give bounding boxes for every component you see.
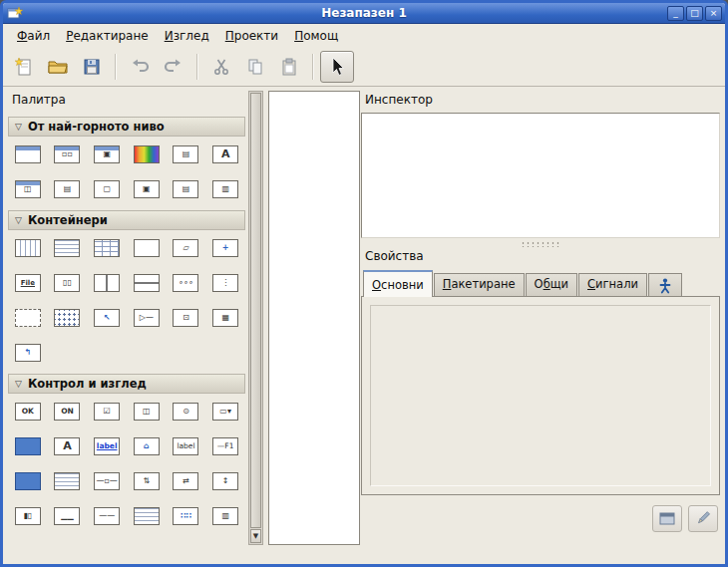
undo-button[interactable] [123, 51, 157, 83]
redo-button[interactable] [157, 51, 190, 83]
palette-icon[interactable]: ▥ [212, 180, 238, 198]
palette-icon[interactable]: ⇅ [134, 472, 160, 490]
palette-icon[interactable]: ▁▁ [54, 507, 80, 525]
selector-button[interactable] [320, 51, 354, 83]
palette-icon[interactable]: ▤ [173, 180, 198, 198]
maximize-button[interactable]: □ [686, 6, 703, 21]
right-panel: Инспектор Свойства Основни Пакетиране Об… [361, 91, 720, 532]
palette-icon[interactable]: ↕ [212, 472, 238, 490]
palette-icon[interactable]: ▦ [212, 309, 238, 327]
palette-icon[interactable]: ⌂ [134, 437, 160, 455]
palette-section-containers[interactable]: ▽ Контейнери [8, 210, 245, 230]
tab-packing[interactable]: Пакетиране [434, 273, 525, 296]
tab-accessibility[interactable] [648, 273, 682, 296]
palette-icon[interactable]: ∘∘∘ [173, 274, 198, 292]
palette-icon[interactable]: ▭▾ [212, 403, 238, 421]
palette-icon[interactable] [54, 309, 80, 327]
new-project-button[interactable] [7, 51, 41, 83]
palette-icon[interactable]: + [212, 239, 238, 257]
palette-icon[interactable]: ▮▯ [15, 507, 41, 525]
palette-icon[interactable]: ▥ [212, 507, 238, 525]
palette-icon[interactable]: ▷— [134, 309, 160, 327]
palette-icon[interactable]: ▤ [173, 145, 198, 163]
palette-icon[interactable]: ▤ [54, 180, 80, 198]
palette-scrollbar[interactable]: ▼ [248, 91, 263, 545]
open-project-button[interactable] [41, 51, 75, 83]
palette-icon[interactable]: ⊡ [173, 309, 198, 327]
palette-icon[interactable]: ◫ [134, 403, 160, 421]
palette-icon[interactable] [134, 145, 160, 163]
edit-dialog-button[interactable] [652, 505, 682, 532]
menu-edit[interactable]: Редактиране [58, 26, 157, 46]
palette-icon[interactable] [54, 239, 80, 257]
toolbar-separator [196, 54, 198, 80]
selector-arrow-icon [326, 56, 348, 78]
palette-icon[interactable]: ☑ [94, 403, 120, 421]
paste-button[interactable] [272, 51, 306, 83]
close-button[interactable]: × [705, 6, 722, 21]
inspector-tree[interactable] [361, 113, 720, 238]
save-project-icon [81, 56, 103, 78]
palette-icon[interactable]: ⇄ [173, 472, 198, 490]
palette-icon[interactable]: ▯▯ [54, 274, 80, 292]
menu-view[interactable]: Изглед [157, 26, 217, 46]
palette-icon[interactable]: ⋮ [212, 274, 238, 292]
project-workspace[interactable] [268, 91, 360, 545]
palette-icon[interactable] [15, 472, 41, 490]
palette-icon[interactable] [54, 472, 80, 490]
scrollbar-down-arrow-icon[interactable]: ▼ [250, 529, 261, 543]
window-title: Незапазен 1 [3, 6, 725, 20]
menu-file[interactable]: Файл [9, 26, 58, 46]
titlebar[interactable]: Незапазен 1 _ □ × [3, 3, 725, 24]
tab-signals[interactable]: Сигнали [578, 273, 647, 296]
palette-icon[interactable] [94, 274, 120, 292]
collapse-triangle-icon: ▽ [15, 379, 22, 389]
palette-icon[interactable] [94, 239, 120, 257]
palette-icon[interactable]: A [212, 145, 238, 163]
palette-icon[interactable]: ▢ [94, 180, 120, 198]
palette-icon[interactable] [15, 309, 41, 327]
palette-icon[interactable]: —— [94, 507, 120, 525]
menu-projects[interactable]: Проекти [217, 26, 286, 46]
palette-icon[interactable]: label [173, 437, 198, 455]
palette-icon[interactable]: ▱ [173, 239, 198, 257]
palette-title: Палитра [8, 91, 245, 113]
inspector-title: Инспектор [361, 91, 720, 113]
palette-icon[interactable]: A [54, 437, 80, 455]
palette-section-controls[interactable]: ▽ Контрол и изглед [8, 374, 245, 394]
palette-icon[interactable]: label [94, 437, 120, 455]
palette-icon[interactable]: ↰ [15, 344, 41, 362]
edit-text-button[interactable] [688, 505, 718, 532]
palette-icon[interactable]: ON [54, 403, 80, 421]
palette-icon[interactable]: ▣ [94, 145, 120, 163]
new-project-icon [13, 56, 35, 78]
minimize-button[interactable]: _ [667, 6, 684, 21]
palette-icon[interactable]: ↖ [94, 309, 120, 327]
palette-icon[interactable]: File [15, 274, 41, 292]
palette-icon[interactable] [134, 274, 160, 292]
palette-icon[interactable] [15, 145, 41, 163]
tab-common[interactable]: Общи [526, 273, 577, 296]
palette-icon[interactable]: —▫— [94, 472, 120, 490]
scrollbar-thumb[interactable] [250, 93, 261, 528]
palette-section-toplevel[interactable]: ▽ От най-горното ниво [8, 117, 245, 137]
app-icon [7, 6, 23, 21]
properties-actions [361, 495, 720, 532]
cut-button[interactable] [204, 51, 238, 83]
palette-icon[interactable]: ▫▫ [54, 145, 80, 163]
palette-icon[interactable] [134, 507, 160, 525]
palette-icon[interactable] [15, 239, 41, 257]
palette-icon[interactable] [134, 239, 160, 257]
menu-help[interactable]: Помощ [286, 26, 346, 46]
palette-icon[interactable]: ▣ [134, 180, 160, 198]
palette-icon[interactable]: OK [15, 403, 41, 421]
save-project-button[interactable] [75, 51, 109, 83]
copy-button[interactable] [238, 51, 272, 83]
palette-icon[interactable]: ⊙ [173, 403, 198, 421]
palette-icon[interactable] [15, 437, 41, 455]
palette-icon[interactable]: —F1 [212, 437, 238, 455]
palette-icon[interactable]: ◫ [15, 180, 41, 198]
palette-icon[interactable]: ∷∷ [173, 507, 198, 525]
pane-resize-handle[interactable] [521, 241, 560, 247]
tab-general[interactable]: Основни [363, 270, 433, 297]
